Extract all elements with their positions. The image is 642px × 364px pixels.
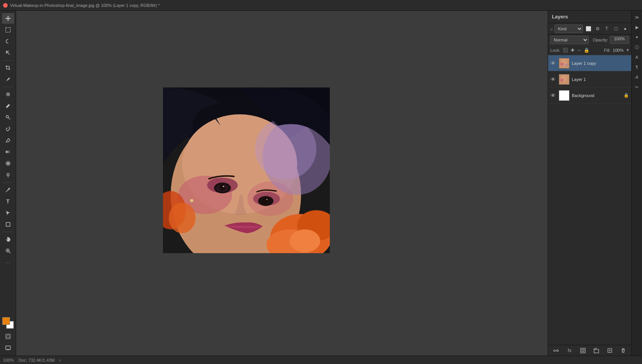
svg-point-44 — [169, 203, 196, 233]
canvas-area[interactable] — [16, 11, 548, 356]
layer-visibility-layer1[interactable]: 👁 — [550, 76, 556, 82]
filter-label: ⌕ — [550, 26, 553, 31]
add-mask-button[interactable] — [579, 346, 587, 355]
foreground-color-swatch[interactable] — [2, 317, 10, 325]
layer-item-background[interactable]: 👁 Background 🔒 — [548, 87, 631, 104]
mini-tool-info[interactable]: ⓘ — [633, 43, 641, 51]
clone-stamp-tool[interactable] — [2, 112, 14, 123]
filter-adjust-icon[interactable]: ⚙ — [594, 25, 601, 33]
spot-healing-tool[interactable] — [2, 89, 14, 100]
svg-point-37 — [267, 199, 268, 200]
layers-panel: Layers ⌕ Kind Name Effect ⬜ ⚙ T ⬡ ● Norm… — [548, 11, 631, 356]
layer-item-layer1[interactable]: 👁 Layer 1 — [548, 71, 631, 87]
status-bar: 100% Doc: 732.4K/1.43M › — [0, 356, 642, 364]
path-select-tool[interactable] — [2, 208, 14, 218]
blend-opacity-row: Normal Multiply Screen Overlay Opacity: … — [548, 35, 631, 45]
move-tool[interactable] — [2, 13, 14, 24]
filter-select[interactable]: Kind Name Effect — [555, 25, 583, 33]
lock-pixels-icon[interactable]: ⬛ — [563, 48, 568, 53]
lasso-tool[interactable] — [2, 36, 14, 47]
rectangular-marquee-tool[interactable] — [2, 25, 14, 35]
blend-mode-select[interactable]: Normal Multiply Screen Overlay — [550, 36, 589, 44]
layer-name-layer1: Layer 1 — [572, 77, 629, 82]
layers-title: Layers — [552, 14, 568, 20]
lock-position-icon[interactable]: ✚ — [571, 48, 575, 53]
close-button[interactable] — [3, 3, 8, 8]
filter-type-icon[interactable]: T — [603, 25, 611, 33]
svg-point-28 — [255, 118, 316, 180]
link-layers-button[interactable] — [552, 346, 560, 355]
lock-label: Lock: — [550, 48, 560, 53]
svg-point-9 — [7, 173, 9, 176]
lock-fill-row: Lock: ⬛ ✚ ↔ 🔒 Fill: 100% ▾ — [548, 45, 631, 55]
tool-separator-3 — [3, 182, 13, 183]
history-brush-tool[interactable] — [2, 124, 14, 134]
mini-tool-play[interactable]: ▶ — [633, 23, 641, 31]
layer-visibility-layer1copy[interactable]: 👁 — [550, 60, 556, 66]
crop-tool[interactable] — [2, 63, 14, 73]
svg-point-32 — [219, 184, 226, 190]
filter-shape-icon[interactable]: ⬡ — [612, 25, 620, 33]
svg-point-54 — [582, 349, 584, 352]
mini-tool-paragraph[interactable]: ¶ — [633, 63, 641, 71]
fill-label: Fill: — [604, 48, 611, 53]
dodge-tool[interactable] — [2, 170, 14, 180]
brush-tool[interactable] — [2, 100, 14, 111]
magic-wand-tool[interactable] — [2, 48, 14, 58]
status-expand-arrow[interactable]: › — [59, 358, 61, 362]
tool-separator-2 — [3, 87, 13, 87]
lock-artboards-icon[interactable]: ↔ — [577, 48, 581, 53]
opacity-value[interactable]: 100% — [610, 36, 629, 44]
add-layer-style-button[interactable]: fx — [565, 346, 574, 355]
svg-point-47 — [560, 63, 564, 65]
svg-line-13 — [9, 252, 10, 253]
svg-point-1 — [6, 51, 7, 52]
layer-item-layer1copy[interactable]: 👁 Layer 1 copy — [548, 55, 631, 71]
mini-tool-adjustments[interactable]: ✦ — [633, 33, 641, 41]
titlebar: Virtual-Makeup-in-Photoshop-final_image.… — [0, 0, 642, 11]
main-image — [163, 87, 330, 253]
svg-rect-52 — [559, 91, 569, 100]
eyedropper-tool[interactable] — [2, 74, 14, 85]
mini-tool-collapse[interactable]: ≫ — [633, 13, 641, 21]
eraser-tool[interactable] — [2, 135, 14, 146]
mini-tool-type[interactable]: A — [633, 53, 641, 61]
svg-point-42 — [290, 229, 320, 252]
svg-point-17 — [7, 335, 10, 338]
doc-info: Doc: 732.4K/1.43M — [18, 358, 54, 362]
layer-visibility-background[interactable]: 👁 — [550, 92, 556, 99]
layer-thumbnail-layer1 — [559, 74, 570, 85]
delete-layer-button[interactable] — [619, 346, 627, 355]
type-tool[interactable]: T — [2, 196, 14, 207]
screen-mode[interactable] — [2, 343, 14, 353]
svg-point-36 — [263, 198, 268, 203]
layers-bottom-toolbar: fx — [548, 345, 631, 356]
filter-pixel-icon[interactable]: ⬜ — [584, 25, 592, 33]
quick-mask-mode[interactable] — [2, 331, 14, 342]
color-swatches — [2, 317, 14, 330]
layer-thumbnail-layer1copy — [559, 58, 570, 69]
foreground-background-swatches[interactable] — [2, 317, 14, 329]
new-layer-button[interactable] — [606, 346, 614, 355]
fill-value[interactable]: 100% — [613, 48, 624, 53]
pen-tool[interactable] — [2, 184, 14, 195]
new-group-button[interactable] — [592, 346, 601, 355]
canvas-image — [163, 87, 330, 253]
svg-point-38 — [190, 199, 193, 202]
zoom-tool[interactable] — [2, 245, 14, 256]
lock-all-icon[interactable]: 🔒 — [584, 48, 589, 53]
fill-arrow[interactable]: ▾ — [627, 48, 629, 53]
extra-tools[interactable]: ··· — [2, 257, 14, 268]
gradient-tool[interactable] — [2, 147, 14, 157]
blur-tool[interactable] — [2, 158, 14, 169]
layers-panel-header: Layers — [548, 11, 631, 23]
shape-tool[interactable] — [2, 219, 14, 230]
filter-smart-icon[interactable]: ● — [621, 25, 629, 33]
tool-separator-1 — [3, 60, 13, 61]
svg-rect-53 — [581, 348, 585, 353]
window-title: Virtual-Makeup-in-Photoshop-final_image.… — [10, 3, 160, 8]
mini-tool-character-styles[interactable]: A — [633, 73, 641, 81]
svg-point-48 — [565, 63, 568, 66]
hand-tool[interactable] — [2, 234, 14, 245]
mini-tool-glyphs[interactable]: ✂ — [633, 83, 641, 91]
